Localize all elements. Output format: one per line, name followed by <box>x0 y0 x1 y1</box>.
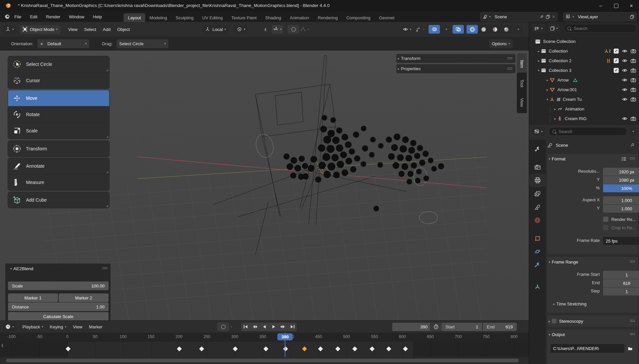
keyframe-diamond[interactable] <box>263 346 269 352</box>
resolution-x-field[interactable]: 1920 px <box>603 168 639 176</box>
use-preview-range-button[interactable] <box>430 323 442 331</box>
tab-output[interactable] <box>529 174 546 187</box>
tool-move[interactable]: Move <box>8 90 109 106</box>
expand-icon[interactable]: ▸ <box>545 78 550 82</box>
pivot-point-button[interactable]: ▾ <box>234 25 248 34</box>
expand-icon[interactable]: ▸ <box>545 88 550 91</box>
panel-grip[interactable] <box>103 267 108 270</box>
output-panel-header[interactable]: ▾Output <box>547 329 638 339</box>
hide-eye-icon[interactable] <box>622 116 628 121</box>
collection-checkbox[interactable]: ✓ <box>614 58 619 63</box>
hide-eye-icon[interactable] <box>622 78 628 82</box>
hide-eye-icon[interactable] <box>622 97 628 101</box>
timeline-scrollbar[interactable] <box>6 359 519 362</box>
region-expand-icon[interactable]: ❮ <box>1 343 4 347</box>
menu-object[interactable]: Object <box>114 27 133 32</box>
menu-view[interactable]: View <box>65 27 81 32</box>
mode-selector[interactable]: Object Mode▾ <box>20 25 60 34</box>
proportional-editing-button[interactable] <box>288 25 299 34</box>
properties-options-button[interactable]: ▾ <box>630 127 637 136</box>
previous-keyframe-button[interactable] <box>250 323 260 331</box>
disable-render-camera-icon[interactable] <box>631 68 636 73</box>
keyframe-diamond-selected[interactable] <box>301 346 307 352</box>
panel-grip[interactable] <box>630 333 635 336</box>
workspace-tab-uv-editing[interactable]: UV Editing <box>198 13 227 22</box>
aspect-y-field[interactable]: 1.000 <box>603 205 639 213</box>
outliner-search-input[interactable]: Search <box>564 24 637 33</box>
output-path-browse-button[interactable] <box>626 344 635 353</box>
scene-name[interactable]: Scene <box>493 14 539 19</box>
menu-view-timeline[interactable]: View <box>70 324 86 329</box>
maximize-button[interactable] <box>608 0 624 11</box>
viewport-3d[interactable]: ▸Transform ▸Properties Item Tool View Se… <box>0 51 529 320</box>
format-panel-header[interactable]: ▾Format <box>547 154 638 164</box>
snap-toggle-button[interactable] <box>260 25 272 34</box>
transform-panel-header[interactable]: ▸Transform <box>396 54 515 63</box>
overlays-dropdown-button[interactable]: ▾ <box>440 25 451 34</box>
time-stretching-header[interactable]: ▸Time Stretching <box>552 301 587 306</box>
drag-setting-dropdown[interactable]: Select Circle ▾ <box>117 39 168 48</box>
keyframe-diamond[interactable] <box>352 346 358 352</box>
properties-panel-header[interactable]: ▸Properties <box>396 64 515 73</box>
orientation-setting-dropdown[interactable]: Default ▾ <box>37 39 89 48</box>
calculate-scale-button[interactable]: Calculate Scale <box>8 312 109 320</box>
outliner-filter-button[interactable]: ▾ <box>532 24 545 33</box>
timeline-keyframe-area[interactable] <box>0 342 529 357</box>
tab-object-data[interactable] <box>529 280 546 293</box>
outliner-row-collection2[interactable]: ▸ Collection 2 ✓ <box>529 56 639 66</box>
expand-icon[interactable]: ▸ <box>553 107 557 111</box>
outliner-row-cream-rig[interactable]: ▸ Cream RIG <box>529 114 639 123</box>
properties-search-input[interactable]: Search <box>549 127 627 136</box>
resolution-y-field[interactable]: 1080 px <box>603 176 639 184</box>
menu-edit[interactable]: Edit <box>26 11 42 22</box>
tab-physics[interactable] <box>529 245 546 258</box>
expand-icon[interactable]: ▸ <box>553 117 557 120</box>
menu-add[interactable]: Add <box>100 27 114 32</box>
tool-transform[interactable]: Transform <box>8 141 109 157</box>
disable-render-camera-icon[interactable] <box>631 97 636 101</box>
disable-render-camera-icon[interactable] <box>631 59 636 63</box>
sidebar-tab-view[interactable]: View <box>517 92 527 113</box>
shading-solid-button[interactable] <box>478 25 489 34</box>
output-path-field[interactable]: C:\Users\P...I\RENDER\ <box>550 344 624 353</box>
disable-render-camera-icon[interactable] <box>631 116 636 121</box>
hide-eye-icon[interactable] <box>622 68 628 73</box>
presets-icon[interactable] <box>621 157 627 161</box>
stereoscopy-checkbox[interactable] <box>552 319 556 323</box>
outliner-row-scene-collection[interactable]: Scene Collection <box>529 37 639 46</box>
scene-new-button[interactable] <box>544 13 552 21</box>
workspace-tab-rendering[interactable]: Rendering <box>313 13 342 22</box>
sidebar-tab-item[interactable]: Item <box>517 53 527 75</box>
minimize-button[interactable]: ─ <box>593 0 608 11</box>
shading-wireframe-button[interactable] <box>467 25 478 34</box>
workspace-tab-compositing[interactable]: Compositing <box>342 13 375 22</box>
collection-checkbox[interactable]: ✓ <box>614 68 619 73</box>
tool-scale[interactable]: Scale <box>8 123 109 139</box>
outliner-row-cream-tu[interactable]: ▾ Cream Tu <box>529 94 639 104</box>
keyframe-diamond[interactable] <box>403 346 409 352</box>
frame-end-header-field[interactable]: End 619 <box>483 323 517 331</box>
viewlayer-browse-button[interactable]: ▾ <box>564 13 576 21</box>
object-visibility-button[interactable]: ▾ <box>401 25 413 34</box>
tool-measure[interactable]: Measure <box>8 174 109 190</box>
frame-start-field[interactable]: 1 <box>603 271 639 279</box>
auto-keying-button[interactable] <box>217 322 229 331</box>
frame-step-field[interactable]: 1 <box>603 287 639 295</box>
outliner-row-collection[interactable]: ▸ Collection 2 ✓ <box>529 46 639 56</box>
shading-dropdown-button[interactable]: ▾ <box>512 25 523 34</box>
scale-field[interactable]: Scale 100.00 <box>8 281 109 290</box>
outliner-row-collection3[interactable]: ▾ Collection 3 ✓ <box>529 66 639 75</box>
keyframe-diamond[interactable] <box>232 346 238 352</box>
keyframe-diamond[interactable] <box>282 346 288 352</box>
options-button[interactable]: Options▾ <box>489 39 512 48</box>
workspace-tab-layout[interactable]: Layout <box>124 13 145 22</box>
expand-icon[interactable]: ▸ <box>536 59 541 63</box>
tab-constraints[interactable] <box>529 258 546 272</box>
menu-playback[interactable]: Playback▾ <box>19 324 47 329</box>
ae2blend-header[interactable]: ▾ AE2Blend <box>5 264 111 273</box>
workspace-tab-geometry[interactable]: Geomet <box>375 13 399 22</box>
properties-editor-type-button[interactable]: ▾ <box>532 127 545 136</box>
pin-icon[interactable] <box>630 143 635 147</box>
panel-grip[interactable] <box>630 157 635 160</box>
tool-cursor[interactable]: Cursor <box>8 73 109 89</box>
